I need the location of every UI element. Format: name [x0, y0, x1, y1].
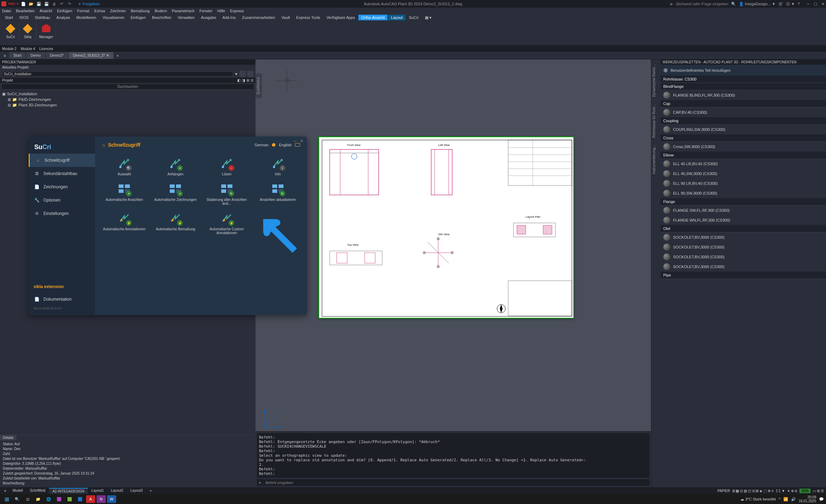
palette-item[interactable]: Cross,SW,3000 (CS300): [660, 142, 826, 152]
pm-search[interactable]: Durchsuchen: [1, 84, 254, 90]
help-icon[interactable]: ?: [798, 2, 800, 6]
ribbon-tab-stahlbau[interactable]: Stahlbau: [32, 15, 53, 20]
ribbon-tab-zusammenarbeiten[interactable]: Zusammenarbeiten: [239, 15, 278, 20]
doc-tab[interactable]: Demo2_SU013_2* ✕: [69, 52, 113, 59]
menu-express[interactable]: Express: [230, 9, 244, 13]
search-icon[interactable]: 🔍: [731, 2, 736, 6]
menu-parametrisch[interactable]: Parametrisch: [172, 9, 195, 13]
cart-icon[interactable]: 🛒: [778, 2, 783, 6]
sucri-minimize-icon[interactable]: ─: [293, 139, 296, 144]
sucri-cell-9[interactable]: ⚡Automatische Bemaßung: [153, 211, 197, 235]
app-icon-3[interactable]: 🟦: [76, 495, 85, 503]
taskview-icon[interactable]: ⊡: [23, 495, 32, 503]
explorer-icon[interactable]: 📁: [34, 495, 43, 503]
palette-group-header[interactable]: Cap: [660, 100, 826, 107]
palette-tab[interactable]: Dynamische Rohrk...: [651, 62, 660, 99]
search-taskbar-icon[interactable]: 🔍: [13, 495, 22, 503]
palette-item[interactable]: ELL 45 LR,BV,40 (CS300): [660, 159, 826, 169]
ribbon-tab-isos[interactable]: ISOS: [16, 15, 31, 20]
palette-item[interactable]: SOCKOLET,BV,3000 (CS300): [660, 242, 826, 252]
saveas-icon[interactable]: 💾: [43, 1, 50, 7]
ribbon-group-sikla[interactable]: Sikla: [19, 22, 36, 40]
print-icon[interactable]: 🖨: [51, 1, 58, 7]
tray-chevron-icon[interactable]: ^: [779, 497, 780, 501]
close-button[interactable]: ✕: [821, 2, 825, 6]
new-tab-button[interactable]: +: [114, 54, 121, 58]
project-tree[interactable]: ▣SuCri_Installation ⊞📁P&ID-Zeichnungen ⊟…: [0, 90, 255, 108]
layout-tab[interactable]: Modell: [9, 488, 26, 494]
pm-open2-icon[interactable]: [247, 71, 253, 77]
redo-icon[interactable]: ↷: [66, 1, 73, 7]
lang-german[interactable]: German: [254, 143, 268, 147]
ribbon-tab-analyse[interactable]: Analyse: [54, 15, 73, 20]
command-input[interactable]: ▸_Befehl eingeben: [257, 479, 650, 486]
palette-item[interactable]: ELL 90 LR,BV,40 (CS300): [660, 178, 826, 188]
autodesk-icon[interactable]: Ⓐ ▼: [786, 1, 795, 7]
sucri-cell-1[interactable]: +Anhängen: [153, 156, 197, 176]
ribbon-tab-einfügen[interactable]: Einfügen: [128, 15, 148, 20]
sucri-nav-einstellungen[interactable]: ⚙Einstellungen: [29, 207, 95, 220]
sucri-cell-5[interactable]: +Automatische Zeichnungen: [153, 182, 197, 205]
layout-tab[interactable]: Layout1: [88, 488, 107, 494]
details-tab[interactable]: Details: [0, 435, 16, 440]
sucri-nav-dokumentation[interactable]: 📄 Dokumentation: [29, 293, 95, 306]
ribbon-tab-start[interactable]: Start: [2, 15, 16, 20]
menu-datei[interactable]: Datei: [2, 9, 11, 13]
layout-tab[interactable]: A2-INTEGADESIGN: [49, 488, 88, 494]
lang-english[interactable]: English: [279, 143, 292, 147]
ribbon-tab-vault[interactable]: Vault: [279, 15, 293, 20]
menu-zeichnen[interactable]: Zeichnen: [110, 9, 126, 13]
sucri-nav-optionen[interactable]: 🔧Optionen: [29, 194, 95, 207]
menu-format[interactable]: Format: [77, 9, 89, 13]
ribbon-tab-beschriften[interactable]: Beschriften: [149, 15, 174, 20]
layout-add-button[interactable]: +: [147, 488, 155, 493]
ribbon-tab-layout[interactable]: Layout: [388, 15, 405, 20]
save-icon[interactable]: 💾: [35, 1, 42, 7]
ribbon-overflow-icon[interactable]: ▦ ▾: [422, 15, 434, 21]
menu-ansicht[interactable]: Ansicht: [40, 9, 52, 13]
doc-tab[interactable]: Start: [9, 52, 26, 59]
sucri-cell-10[interactable]: ⚡Automatische Custom Annotationen: [205, 211, 249, 235]
layout-tab[interactable]: Layout3: [127, 488, 146, 494]
palette-item[interactable]: FLANGE SW,FL,RF,300 (CS300): [660, 205, 826, 215]
sucri-cell-0[interactable]: 🔍Auswahl: [102, 156, 146, 176]
weather-widget[interactable]: ☁ 3°C Stark bewölkt: [740, 497, 776, 502]
menu-bemaßung[interactable]: Bemaßung: [131, 9, 150, 13]
menu-bearbeiten[interactable]: Bearbeiten: [16, 9, 35, 13]
palette-group-header[interactable]: Pipe: [660, 272, 826, 279]
ribbon-tab-modellieren[interactable]: Modellieren: [74, 15, 99, 20]
sucri-cell-8[interactable]: ⚡Automatische Annotationen: [102, 211, 146, 235]
menu-extras[interactable]: Extras: [94, 9, 105, 13]
palette-item[interactable]: COUPLING,SW,3000 (CS300): [660, 125, 826, 134]
palette-group-header[interactable]: BlindFlange: [660, 83, 826, 90]
autocad-taskbar-icon[interactable]: A: [86, 495, 95, 503]
palette-tab[interactable]: Rohrklasse für Rohr...: [651, 102, 660, 140]
ribbon-group-manager[interactable]: Manager: [36, 22, 56, 40]
layout-tab[interactable]: Layout2: [107, 488, 127, 494]
layout-tab[interactable]: Schriftfeld: [26, 488, 49, 494]
sucri-cell-4[interactable]: +Automatische Ansichten: [102, 182, 146, 205]
menu-ändern[interactable]: Ändern: [155, 9, 167, 13]
word-icon[interactable]: W: [107, 495, 116, 503]
palette-item[interactable]: FLANGE BLIND,FL,RF,300 (CS300): [660, 90, 826, 100]
minimize-button[interactable]: ─: [807, 2, 810, 6]
undo-icon[interactable]: ↶: [58, 1, 65, 7]
menu-hilfe[interactable]: Hilfe: [217, 9, 225, 13]
palette-item[interactable]: ELL 45,SW,3000 (CS300): [660, 169, 826, 178]
pm-open-icon[interactable]: [239, 71, 246, 77]
sucri-cell-3[interactable]: iInfo: [256, 156, 300, 176]
paper-sheet[interactable]: Front View Left View Top View: [318, 136, 574, 318]
menu-einfügen[interactable]: Einfügen: [57, 9, 72, 13]
open-icon[interactable]: 📂: [28, 1, 35, 7]
palette-group-header[interactable]: Coupling: [660, 117, 826, 125]
ribbon-tab-ausgabe[interactable]: Ausgabe: [198, 15, 219, 20]
ribbon-tab-sucri[interactable]: SuCri: [406, 15, 421, 20]
layout-menu-icon[interactable]: ≡: [2, 489, 8, 493]
taskbar-clock[interactable]: 20:08 16.01.2025: [799, 495, 816, 503]
palette-item[interactable]: SOCKOLET,BV,3000 (CS300): [660, 252, 826, 262]
app-icon-2[interactable]: 🟩: [65, 495, 74, 503]
sucri-nav-zeichnungen[interactable]: 📄Zeichnungen: [29, 180, 95, 194]
palette-group-header[interactable]: Cross: [660, 134, 826, 142]
onenote-icon[interactable]: N: [97, 495, 106, 503]
menu-fenster[interactable]: Fenster: [200, 9, 212, 13]
